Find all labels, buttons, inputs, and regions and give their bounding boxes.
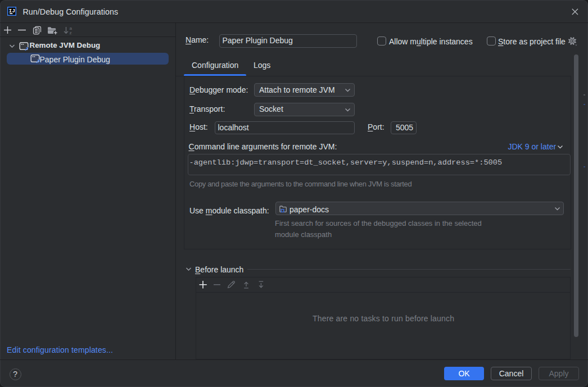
svg-text:z: z	[70, 30, 72, 35]
svg-text:IJ: IJ	[8, 8, 15, 14]
